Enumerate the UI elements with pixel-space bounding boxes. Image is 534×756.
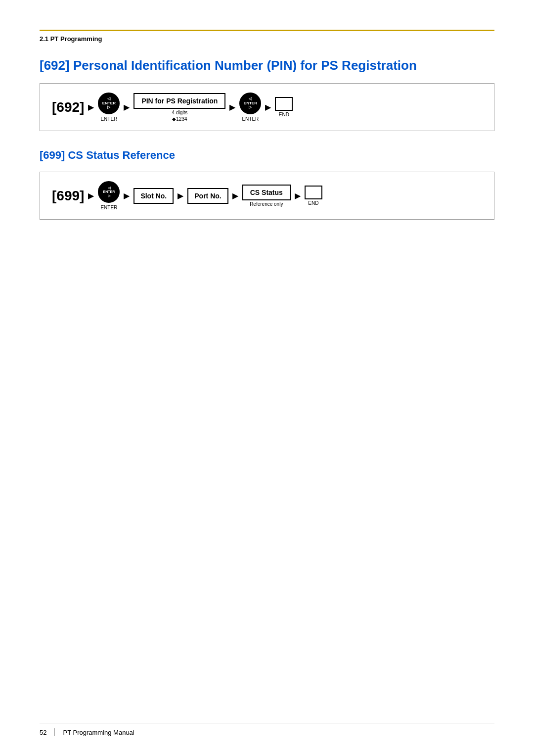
heading-699: [699] CS Status Reference	[40, 149, 494, 162]
end-label-692: END	[279, 112, 289, 117]
reference-sub: Reference only	[250, 201, 283, 207]
section-header-label: 2.1 PT Programming	[40, 35, 102, 43]
diagram-692: [692] ▶ ◁ENTER▷ ENTER ▶ PIN for PS Regis…	[40, 83, 494, 131]
enter-btn-text-1: ◁ENTER▷	[102, 97, 116, 110]
pin-step-box: PIN for PS Registration	[134, 93, 225, 109]
cs-status-group: CS Status Reference only	[242, 185, 291, 207]
end-group-699: END	[305, 186, 322, 206]
end-box-699	[305, 186, 322, 199]
arrow-1: ▶	[88, 102, 94, 112]
enter-label-2: ENTER	[242, 116, 259, 122]
flow-row-699: [699] ▶ ◁ENTER▷ ENTER ▶ Slot No. ▶ Port …	[52, 181, 322, 210]
slot-no-box: Slot No.	[134, 188, 174, 204]
heading-692: [692] Personal Identification Number (PI…	[40, 58, 494, 73]
pin-step-sub2: ◆1234	[172, 116, 187, 122]
footer-title: PT Programming Manual	[63, 729, 134, 736]
enter-btn-text-2: ◁ENTER▷	[244, 97, 257, 110]
flow-row-692: [692] ▶ ◁ENTER▷ ENTER ▶ PIN for PS Regis…	[52, 93, 293, 122]
pin-step-group: PIN for PS Registration 4 digits ◆1234	[134, 93, 225, 122]
cs-enter-text: ◁ENTER▷	[103, 186, 115, 197]
section-header: 2.1 PT Programming	[40, 30, 494, 43]
enter-label-1: ENTER	[100, 116, 117, 122]
diagram-699: [699] ▶ ◁ENTER▷ ENTER ▶ Slot No. ▶ Port …	[40, 172, 494, 220]
footer-page-number: 52	[40, 729, 46, 736]
enter-label-699: ENTER	[100, 205, 117, 210]
arrow-699-2: ▶	[124, 191, 130, 200]
end-box-692	[275, 97, 293, 111]
arrow-699-1: ▶	[88, 191, 94, 200]
enter-circle-1: ◁ENTER▷ ENTER	[98, 93, 120, 122]
cs-enter-button: ◁ENTER▷	[98, 181, 120, 203]
arrow-699-3: ▶	[178, 191, 183, 200]
enter-button-1: ◁ENTER▷	[98, 93, 120, 114]
page: 2.1 PT Programming [692] Personal Identi…	[0, 0, 534, 756]
enter-circle-2: ◁ENTER▷ ENTER	[239, 93, 261, 122]
pin-step-sub1: 4 digits	[172, 110, 188, 115]
port-no-box: Port No.	[187, 188, 228, 204]
end-group-692: END	[275, 97, 293, 117]
code-692: [692]	[52, 99, 84, 115]
arrow-699-5: ▶	[295, 191, 301, 200]
cs-status-box: CS Status	[242, 185, 291, 200]
code-699: [699]	[52, 188, 84, 204]
arrow-4: ▶	[265, 102, 271, 112]
enter-button-2: ◁ENTER▷	[239, 93, 261, 114]
footer: 52 PT Programming Manual	[40, 723, 494, 736]
arrow-699-4: ▶	[232, 191, 238, 200]
arrow-2: ▶	[124, 102, 130, 112]
footer-divider	[54, 728, 55, 736]
arrow-3: ▶	[229, 102, 235, 112]
enter-circle-699: ◁ENTER▷ ENTER	[98, 181, 120, 210]
end-label-699: END	[308, 200, 318, 206]
